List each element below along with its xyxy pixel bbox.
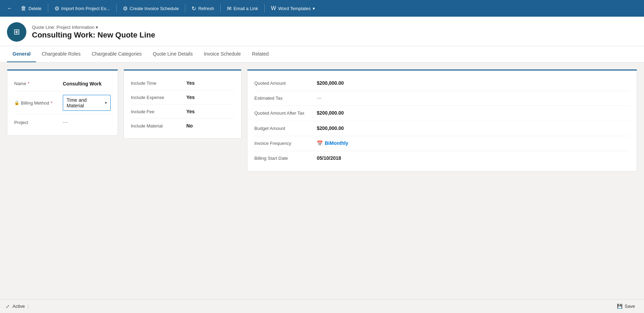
include-time-row: Include Time Yes (131, 76, 234, 90)
back-icon: ← (7, 5, 12, 11)
name-label: Name * (14, 81, 63, 86)
billing-method-value: Time and Material (67, 97, 105, 108)
right-panel: Quoted Amount $200,000.00 Estimated Tax … (247, 69, 637, 172)
invoice-frequency-label: Invoice Frequency (254, 140, 317, 147)
include-fee-row: Include Fee Yes (131, 105, 234, 119)
import-icon: ⚙ (54, 5, 59, 12)
dropdown-icon: ▾ (313, 6, 315, 11)
main-content: Name * Consulting Work 🔒 Billing Method … (0, 63, 644, 179)
billing-method-field-row: 🔒 Billing Method * Time and Material ▾ (14, 91, 111, 115)
invoice-frequency-value[interactable]: 📅 BiMonthly (317, 140, 630, 146)
tab-related[interactable]: Related (246, 46, 274, 62)
entity-chevron-icon: ▾ (96, 25, 98, 30)
name-required: * (28, 81, 29, 86)
create-invoice-button[interactable]: ⚙ Create Invoice Schedule (119, 3, 183, 14)
divider-1 (48, 4, 48, 13)
invoice-frequency-row: Invoice Frequency 📅 BiMonthly (254, 136, 630, 151)
include-material-row: Include Material No (131, 119, 234, 133)
quoted-amount-value: $200,000.00 (317, 80, 630, 86)
project-field-row: Project --- (14, 115, 111, 130)
left-panel: Name * Consulting Work 🔒 Billing Method … (7, 69, 118, 136)
project-label: Project (14, 120, 63, 125)
quoted-amount-label: Quoted Amount (254, 80, 317, 87)
tabs-bar: General Chargeable Roles Chargeable Cate… (0, 46, 644, 63)
lock-icon: 🔒 (14, 100, 19, 105)
delete-icon: 🗑 (21, 5, 26, 11)
refresh-button[interactable]: ↻ Refresh (188, 3, 218, 14)
middle-panel: Include Time Yes Include Expense Yes Inc… (124, 69, 242, 139)
tab-chargeable-categories[interactable]: Chargeable Categories (86, 46, 147, 62)
word-icon: W (271, 5, 276, 11)
divider-4 (220, 4, 221, 13)
estimated-tax-value: --- (317, 95, 630, 101)
name-field-row: Name * Consulting Work (14, 76, 111, 91)
avatar-icon: ⊞ (14, 27, 20, 36)
billing-method-required: * (51, 100, 52, 106)
record-entity[interactable]: Quote Line: Project Information ▾ (32, 25, 155, 30)
estimated-tax-row: Estimated Tax --- (254, 91, 630, 106)
include-fee-label: Include Fee (131, 109, 186, 114)
avatar: ⊞ (7, 22, 26, 42)
include-expense-value: Yes (186, 94, 234, 100)
billing-start-date-value: 05/10/2018 (317, 155, 630, 161)
email-icon: ✉ (227, 5, 231, 12)
quoted-amount-after-tax-row: Quoted Amount After Tax $200,000.00 (254, 106, 630, 121)
calendar-icon: 📅 (317, 140, 323, 146)
budget-amount-value: $200,000.00 (317, 125, 630, 131)
include-time-label: Include Time (131, 81, 186, 86)
budget-amount-label: Budget Amount (254, 125, 317, 132)
word-templates-button[interactable]: W Word Templates ▾ (268, 3, 319, 14)
divider-5 (264, 4, 265, 13)
record-info: Quote Line: Project Information ▾ Consul… (32, 25, 155, 40)
tab-invoice-schedule[interactable]: Invoice Schedule (198, 46, 246, 62)
budget-amount-row: Budget Amount $200,000.00 (254, 121, 630, 136)
billing-start-date-row: Billing Start Date 05/10/2018 (254, 151, 630, 166)
divider-2 (116, 4, 117, 13)
quoted-amount-row: Quoted Amount $200,000.00 (254, 76, 630, 91)
quoted-amount-after-tax-value: $200,000.00 (317, 110, 630, 116)
divider-3 (185, 4, 185, 13)
name-value: Consulting Work (63, 81, 111, 87)
tab-general[interactable]: General (7, 46, 36, 62)
billing-method-chevron-icon: ▾ (105, 100, 107, 105)
include-material-value: No (186, 123, 234, 129)
billing-method-label: 🔒 Billing Method * (14, 100, 63, 106)
estimated-tax-label: Estimated Tax (254, 95, 317, 101)
record-header: ⊞ Quote Line: Project Information ▾ Cons… (0, 17, 644, 46)
include-expense-label: Include Expense (131, 95, 186, 100)
include-fee-value: Yes (186, 109, 234, 114)
import-button[interactable]: ⚙ Import from Project Es... (51, 3, 113, 14)
delete-button[interactable]: 🗑 Delete (17, 3, 45, 14)
email-link-button[interactable]: ✉ Email a Link (223, 3, 262, 14)
include-material-label: Include Material (131, 123, 186, 129)
refresh-icon: ↻ (192, 5, 196, 12)
billing-start-date-label: Billing Start Date (254, 155, 317, 162)
create-invoice-icon: ⚙ (123, 5, 128, 12)
billing-method-select[interactable]: Time and Material ▾ (63, 95, 111, 111)
toolbar: ← 🗑 Delete ⚙ Import from Project Es... ⚙… (0, 0, 644, 17)
tab-quote-line-details[interactable]: Quote Line Details (147, 46, 198, 62)
include-time-value: Yes (186, 80, 234, 86)
include-expense-row: Include Expense Yes (131, 90, 234, 105)
tab-chargeable-roles[interactable]: Chargeable Roles (36, 46, 86, 62)
quoted-amount-after-tax-label: Quoted Amount After Tax (254, 110, 317, 116)
project-value: --- (63, 120, 111, 125)
back-button[interactable]: ← (3, 3, 16, 14)
record-title: Consulting Work: New Quote Line (32, 31, 155, 40)
